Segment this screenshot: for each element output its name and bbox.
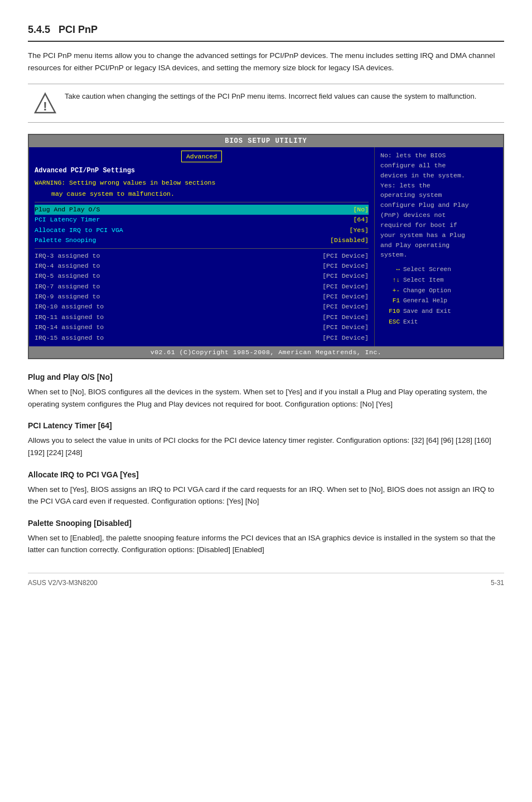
bios-nav-key: ESC — [380, 317, 400, 327]
bios-irq-row: IRQ-3 assigned to[PCI Device] — [35, 251, 369, 261]
bios-setting-row: Plug And Play O/S[No] — [35, 205, 369, 215]
bios-setting-row: Palette Snooping[Disabled] — [35, 235, 369, 245]
subsection-title: Palette Snooping [Disabled] — [28, 518, 504, 529]
bios-setting-label: Allocate IRQ to PCI VGA — [35, 225, 123, 235]
bios-setting-value: [64] — [353, 215, 369, 225]
bios-nav-key: F10 — [380, 306, 400, 317]
subsection: Palette Snooping [Disabled]When set to [… — [28, 518, 504, 556]
bios-irq-label: IRQ-4 assigned to — [35, 261, 100, 271]
footer-right: 5-31 — [491, 578, 504, 588]
bios-footer: v02.61 (C)Copyright 1985-2008, American … — [29, 346, 503, 358]
bios-irq-label: IRQ-15 assigned to — [35, 333, 104, 343]
bios-nav-key: ↑↓ — [380, 275, 400, 286]
bios-irq-label: IRQ-9 assigned to — [35, 292, 100, 302]
bios-nav-row: +-Change Option — [380, 286, 497, 296]
bios-right-panel: No: lets the BIOSconfigure all thedevice… — [375, 147, 503, 346]
bios-irq-row: IRQ-11 assigned to[PCI Device] — [35, 312, 369, 322]
bios-nav-action: General Help — [403, 296, 447, 306]
bios-irq-value: [PCI Device] — [322, 251, 369, 261]
bios-irq-label: IRQ-11 assigned to — [35, 312, 104, 322]
bios-nav-action: Select Item — [403, 275, 444, 286]
svg-text:!: ! — [43, 99, 47, 113]
bios-irq-value: [PCI Device] — [322, 312, 369, 322]
bios-help-line: required for boot if — [380, 220, 497, 230]
bios-warning1: WARNING: Setting wrong values in below s… — [35, 178, 369, 187]
subsections-container: Plug and Play O/S [No]When set to [No], … — [28, 371, 504, 556]
caution-text: Take caution when changing the settings … — [65, 91, 476, 102]
bios-nav-action: Exit — [403, 317, 418, 327]
bios-setting-value: [Yes] — [349, 225, 369, 235]
bios-irq-value: [PCI Device] — [322, 333, 369, 343]
bios-active-tab: Advanced — [181, 151, 222, 162]
bios-irq-label: IRQ-7 assigned to — [35, 282, 100, 292]
bios-setting-label: PCI Latency Timer — [35, 215, 100, 225]
bios-tab-row: Advanced — [35, 151, 369, 162]
bios-irq-label: IRQ-3 assigned to — [35, 251, 100, 261]
bios-help-line: configure Plug and Play — [380, 200, 497, 210]
bios-left-panel: Advanced Advanced PCI/PnP Settings WARNI… — [29, 147, 375, 346]
caution-icon: ! — [33, 92, 57, 115]
bios-irq-row: IRQ-10 assigned to[PCI Device] — [35, 302, 369, 312]
bios-help-line: configure all the — [380, 161, 497, 171]
bios-nav-row: F1General Help — [380, 296, 497, 306]
bios-help-line: operating system — [380, 190, 497, 200]
bios-irq-row: IRQ-5 assigned to[PCI Device] — [35, 271, 369, 281]
subsection-title: PCI Latency Timer [64] — [28, 420, 504, 432]
bios-settings-container: Plug And Play O/S[No]PCI Latency Timer[6… — [35, 205, 369, 246]
bios-irq-label: IRQ-14 assigned to — [35, 322, 104, 332]
bios-help-text: No: lets the BIOSconfigure all thedevice… — [380, 151, 497, 260]
bios-help-line: your system has a Plug — [380, 230, 497, 240]
bios-irq-value: [PCI Device] — [322, 322, 369, 332]
bios-setting-value: [No] — [353, 205, 369, 215]
bios-irq-row: IRQ-15 assigned to[PCI Device] — [35, 333, 369, 343]
section-title: 5.4.5 PCI PnP — [28, 22, 504, 42]
footer-left: ASUS V2/V3-M3N8200 — [28, 578, 98, 588]
bios-irq-value: [PCI Device] — [322, 302, 369, 312]
bios-screen: BIOS SETUP UTILITY Advanced Advanced PCI… — [28, 134, 504, 359]
bios-nav-key: ↔ — [380, 264, 400, 275]
bios-help-line: system. — [380, 250, 497, 260]
bios-nav-key: F1 — [380, 296, 400, 306]
subsection-body: Allows you to select the value in units … — [28, 434, 504, 458]
bios-help-line: (PnP) devices not — [380, 210, 497, 220]
bios-nav-action: Select Screen — [403, 264, 451, 275]
subsection: Plug and Play O/S [No]When set to [No], … — [28, 371, 504, 410]
bios-irq-value: [PCI Device] — [322, 271, 369, 281]
bios-nav-row: ESCExit — [380, 317, 497, 327]
bios-irq-row: IRQ-7 assigned to[PCI Device] — [35, 282, 369, 292]
caution-box: ! Take caution when changing the setting… — [28, 84, 504, 123]
bios-irq-row: IRQ-4 assigned to[PCI Device] — [35, 261, 369, 271]
page-footer: ASUS V2/V3-M3N8200 5-31 — [28, 573, 504, 588]
bios-irq-container: IRQ-3 assigned to[PCI Device]IRQ-4 assig… — [35, 251, 369, 344]
bios-setting-row: PCI Latency Timer[64] — [35, 215, 369, 225]
bios-irq-row: IRQ-14 assigned to[PCI Device] — [35, 322, 369, 332]
bios-help-line: No: lets the BIOS — [380, 151, 497, 161]
bios-irq-value: [PCI Device] — [322, 282, 369, 292]
subsection-title: Plug and Play O/S [No] — [28, 371, 504, 383]
subsection-body: When set to [No], BIOS configures all th… — [28, 386, 504, 410]
bios-nav-row: ↑↓Select Item — [380, 275, 497, 286]
subsection: Allocate IRQ to PCI VGA [Yes]When set to… — [28, 469, 504, 508]
bios-nav-row: F10Save and Exit — [380, 306, 497, 317]
subsection-title: Allocate IRQ to PCI VGA [Yes] — [28, 469, 504, 481]
bios-help-line: and Play operating — [380, 240, 497, 250]
bios-setting-value: [Disabled] — [330, 235, 369, 245]
bios-body: Advanced Advanced PCI/PnP Settings WARNI… — [29, 147, 503, 346]
subsection-body: When set to [Yes], BIOS assigns an IRQ t… — [28, 484, 504, 508]
bios-setting-label: Palette Snooping — [35, 235, 96, 245]
intro-paragraph: The PCI PnP menu items allow you to chan… — [28, 50, 504, 74]
bios-irq-value: [PCI Device] — [322, 261, 369, 271]
bios-irq-label: IRQ-10 assigned to — [35, 302, 104, 312]
bios-nav-key: +- — [380, 286, 400, 296]
bios-help-line: devices in the system. — [380, 171, 497, 181]
bios-setting-row: Allocate IRQ to PCI VGA[Yes] — [35, 225, 369, 235]
bios-nav: ↔Select Screen↑↓Select Item+-Change Opti… — [380, 264, 497, 327]
bios-warning2: may cause system to malfunction. — [35, 189, 369, 199]
bios-nav-row: ↔Select Screen — [380, 264, 497, 275]
bios-setting-label: Plug And Play O/S — [35, 205, 100, 215]
bios-title-bar: BIOS SETUP UTILITY — [29, 135, 503, 147]
bios-help-line: Yes: lets the — [380, 181, 497, 191]
subsection-body: When set to [Enabled], the palette snoop… — [28, 532, 504, 556]
bios-section-title: Advanced PCI/PnP Settings — [35, 166, 369, 176]
bios-nav-action: Save and Exit — [403, 306, 451, 317]
